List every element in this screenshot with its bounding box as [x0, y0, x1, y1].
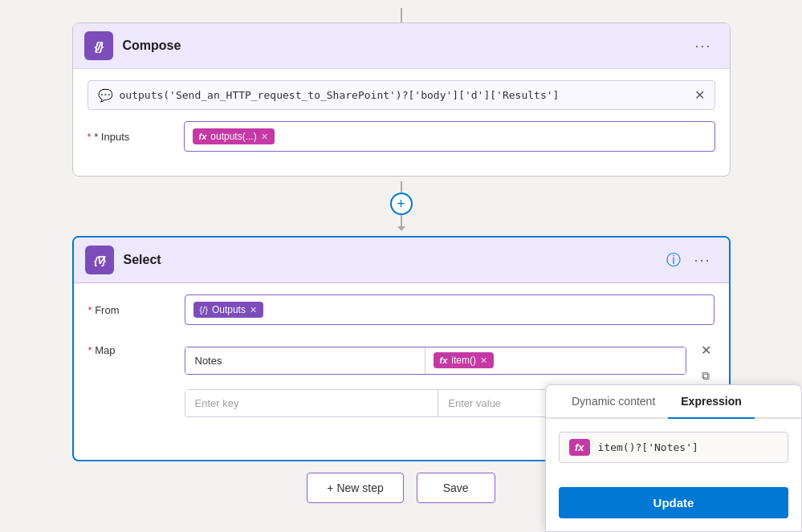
new-step-button[interactable]: + New step	[307, 473, 403, 503]
select-from-token-close[interactable]: ✕	[250, 305, 257, 315]
expression-icon: 💬	[98, 88, 113, 103]
update-button[interactable]: Update	[559, 487, 788, 518]
compose-card: {/} Compose ··· 💬 outputs('Send_an_HTTP_…	[72, 22, 731, 177]
compose-expression-text: outputs('Send_an_HTTP_request_to_SharePo…	[120, 89, 688, 101]
compose-expression-close[interactable]: ✕	[694, 87, 705, 103]
fx-badge: fx	[569, 439, 590, 456]
select-card-header: {∇} Select ⓘ ···	[74, 238, 729, 283]
map-side-actions: ✕ ⧉	[698, 336, 714, 386]
compose-title: Compose	[123, 39, 689, 53]
bottom-action-bar: + New step Save	[307, 473, 495, 511]
select-map-key[interactable]: Notes	[185, 347, 425, 374]
select-from-label: * From	[88, 304, 185, 316]
compose-body: 💬 outputs('Send_an_HTTP_request_to_Share…	[73, 69, 730, 176]
select-from-field[interactable]: {/} Outputs ✕	[185, 294, 714, 325]
connector-line-bottom	[401, 215, 402, 226]
select-info-button[interactable]: ⓘ	[666, 250, 681, 270]
compose-inputs-token: fx outputs(...) ✕	[193, 128, 275, 144]
select-token-icon: {/}	[200, 305, 208, 315]
select-map-filled-row: Notes fx item() ✕	[185, 347, 686, 375]
compose-inputs-field[interactable]: fx outputs(...) ✕	[184, 121, 715, 152]
tab-expression[interactable]: Expression	[668, 385, 754, 417]
canvas: {/} Compose ··· 💬 outputs('Send_an_HTTP_…	[0, 0, 802, 532]
compose-icon: {/}	[84, 31, 113, 60]
panel-tabs: Dynamic content Expression	[546, 385, 801, 419]
connector-line-top	[401, 181, 402, 193]
save-button[interactable]: Save	[417, 473, 495, 503]
tab-dynamic-content[interactable]: Dynamic content	[559, 385, 668, 417]
top-connector	[401, 8, 402, 22]
select-from-row: * From {/} Outputs ✕	[88, 294, 714, 325]
compose-token-close[interactable]: ✕	[261, 132, 268, 142]
connector-arrow	[397, 226, 405, 231]
step-connector: +	[390, 181, 413, 231]
map-copy-button[interactable]: ⧉	[698, 366, 714, 386]
map-fx-icon: fx	[440, 355, 448, 365]
select-map-value-token: fx item() ✕	[434, 352, 494, 368]
select-title: Select	[124, 253, 667, 267]
compose-inputs-label: * * Inputs	[88, 131, 184, 143]
select-menu-button[interactable]: ···	[687, 249, 717, 272]
add-step-circle[interactable]: +	[390, 193, 413, 215]
select-map-value-token-close[interactable]: ✕	[480, 355, 487, 366]
fx-icon: fx	[199, 132, 207, 141]
compose-inputs-required: *	[88, 131, 95, 143]
panel-body: fx item()?['Notes']	[546, 419, 801, 476]
compose-menu-button[interactable]: ···	[688, 35, 718, 58]
expression-value: item()?['Notes']	[598, 441, 778, 453]
compose-inputs-row: * * Inputs fx outputs(...) ✕	[88, 121, 715, 152]
map-delete-button[interactable]: ✕	[698, 339, 714, 361]
compose-card-header: {/} Compose ···	[73, 23, 730, 69]
map-placeholder-key[interactable]: Enter key	[185, 390, 439, 416]
select-icon: {∇}	[85, 246, 114, 274]
select-map-label: * Map	[88, 336, 185, 356]
compose-expression-row: 💬 outputs('Send_an_HTTP_request_to_Share…	[88, 80, 715, 110]
select-map-value[interactable]: fx item() ✕	[425, 347, 686, 374]
expression-panel: Dynamic content Expression fx item()?['N…	[545, 384, 802, 532]
select-from-token: {/} Outputs ✕	[193, 302, 263, 318]
expression-input-row[interactable]: fx item()?['Notes']	[559, 432, 788, 463]
